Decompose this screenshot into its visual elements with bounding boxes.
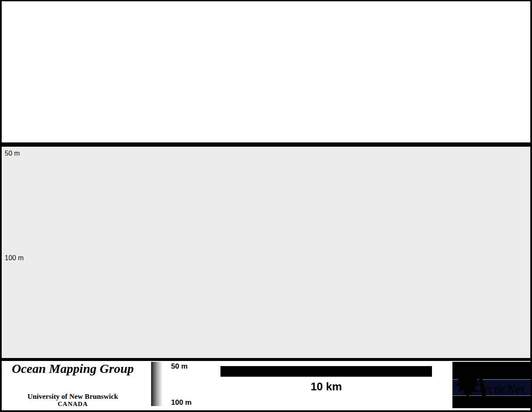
scale-bar-segment (223, 368, 262, 375)
scale-bar-segment (391, 368, 430, 375)
omg-logo: Ocean Mapping Group University of New Br… (2, 361, 144, 409)
arcticnet-logo: A rcticNet (452, 362, 531, 408)
track-map-svg (2, 1, 530, 142)
colorbar-label-100m: 100 m (171, 399, 192, 406)
colorbar-label-50m: 50 m (171, 363, 188, 370)
arcticnet-logo-svg: A rcticNet (452, 362, 531, 408)
scale-bar-label: 10 km (220, 381, 432, 392)
depth-label-50m: 50 m (5, 150, 20, 157)
omg-logo-subtitle: University of New Brunswick (2, 392, 144, 401)
figure-root: 50 m 100 m Ocean Mapping Group Universit… (0, 0, 532, 412)
omg-logo-country: CANADA (2, 401, 144, 408)
arcticnet-text-rest: rcticNet (484, 382, 525, 396)
depth-colorbar (151, 362, 166, 406)
track-map-panel (2, 1, 530, 142)
footer: Ocean Mapping Group University of New Br… (2, 361, 530, 410)
colorbar-shading (151, 362, 166, 406)
scale-bar (220, 366, 432, 377)
omg-logo-title: Ocean Mapping Group (2, 361, 144, 376)
echogram-panel: 50 m 100 m (2, 147, 530, 358)
depth-label-100m: 100 m (5, 255, 23, 261)
scale-bar-segment (307, 368, 346, 375)
echogram-canvas (2, 147, 530, 358)
